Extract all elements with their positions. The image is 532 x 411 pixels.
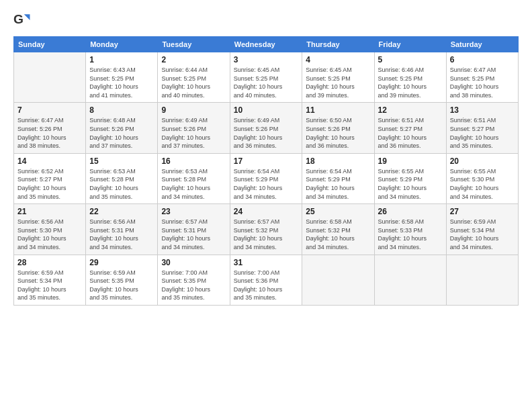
day-info: Sunrise: 6:52 AM Sunset: 5:27 PM Dayligh…: [17, 167, 82, 201]
day-number: 13: [450, 105, 515, 115]
calendar-cell: 16Sunrise: 6:53 AM Sunset: 5:28 PM Dayli…: [158, 153, 230, 203]
day-number: 27: [450, 207, 515, 216]
calendar-cell: 30Sunrise: 7:00 AM Sunset: 5:35 PM Dayli…: [158, 255, 230, 305]
day-number: 23: [161, 207, 226, 216]
day-info: Sunrise: 7:00 AM Sunset: 5:35 PM Dayligh…: [161, 269, 226, 302]
day-number: 28: [17, 258, 82, 267]
calendar-cell: 11Sunrise: 6:50 AM Sunset: 5:26 PM Dayli…: [302, 103, 374, 153]
day-number: 11: [306, 105, 370, 115]
day-number: 4: [306, 55, 370, 64]
day-info: Sunrise: 6:44 AM Sunset: 5:25 PM Dayligh…: [161, 66, 226, 99]
calendar-header-row: SundayMondayTuesdayWednesdayThursdayFrid…: [14, 37, 519, 52]
calendar-week-row: 21Sunrise: 6:56 AM Sunset: 5:30 PM Dayli…: [14, 204, 519, 255]
calendar: SundayMondayTuesdayWednesdayThursdayFrid…: [13, 36, 519, 306]
day-info: Sunrise: 6:53 AM Sunset: 5:28 PM Dayligh…: [161, 167, 226, 201]
calendar-week-row: 7Sunrise: 6:47 AM Sunset: 5:26 PM Daylig…: [14, 103, 519, 153]
day-info: Sunrise: 6:47 AM Sunset: 5:25 PM Dayligh…: [450, 66, 515, 99]
day-info: Sunrise: 6:55 AM Sunset: 5:30 PM Dayligh…: [450, 167, 515, 201]
page: G SundayMondayTuesdayWednesdayThursdayFr…: [0, 0, 532, 411]
day-info: Sunrise: 6:49 AM Sunset: 5:26 PM Dayligh…: [234, 116, 299, 150]
calendar-cell: 4Sunrise: 6:45 AM Sunset: 5:25 PM Daylig…: [302, 52, 374, 103]
calendar-cell: 6Sunrise: 6:47 AM Sunset: 5:25 PM Daylig…: [446, 52, 518, 103]
calendar-cell: 22Sunrise: 6:56 AM Sunset: 5:31 PM Dayli…: [86, 204, 158, 255]
calendar-header-wednesday: Wednesday: [230, 37, 302, 52]
calendar-cell: 31Sunrise: 7:00 AM Sunset: 5:36 PM Dayli…: [230, 255, 302, 305]
day-number: 21: [17, 207, 82, 216]
calendar-cell: 24Sunrise: 6:57 AM Sunset: 5:32 PM Dayli…: [230, 204, 302, 255]
day-number: 3: [234, 55, 299, 64]
day-number: 25: [306, 207, 370, 216]
calendar-cell: 29Sunrise: 6:59 AM Sunset: 5:35 PM Dayli…: [86, 255, 158, 305]
day-info: Sunrise: 6:45 AM Sunset: 5:25 PM Dayligh…: [306, 66, 370, 99]
day-info: Sunrise: 6:47 AM Sunset: 5:26 PM Dayligh…: [17, 116, 82, 150]
calendar-cell: 12Sunrise: 6:51 AM Sunset: 5:27 PM Dayli…: [374, 103, 446, 153]
day-info: Sunrise: 6:51 AM Sunset: 5:27 PM Dayligh…: [378, 116, 443, 150]
calendar-cell: 21Sunrise: 6:56 AM Sunset: 5:30 PM Dayli…: [14, 204, 86, 255]
calendar-cell: 17Sunrise: 6:54 AM Sunset: 5:29 PM Dayli…: [230, 153, 302, 203]
day-info: Sunrise: 6:43 AM Sunset: 5:25 PM Dayligh…: [89, 66, 154, 99]
calendar-header-saturday: Saturday: [446, 37, 518, 52]
calendar-header-sunday: Sunday: [14, 37, 86, 52]
day-number: 14: [17, 156, 82, 166]
day-number: 29: [89, 258, 154, 267]
day-number: 1: [89, 55, 154, 64]
logo: G: [13, 11, 34, 30]
day-number: 16: [161, 156, 226, 166]
day-info: Sunrise: 6:59 AM Sunset: 5:34 PM Dayligh…: [450, 218, 515, 251]
calendar-cell: 18Sunrise: 6:54 AM Sunset: 5:29 PM Dayli…: [302, 153, 374, 203]
calendar-cell: 2Sunrise: 6:44 AM Sunset: 5:25 PM Daylig…: [158, 52, 230, 103]
day-info: Sunrise: 6:56 AM Sunset: 5:30 PM Dayligh…: [17, 218, 82, 251]
calendar-cell: 28Sunrise: 6:59 AM Sunset: 5:34 PM Dayli…: [14, 255, 86, 305]
svg-marker-1: [24, 14, 30, 20]
day-info: Sunrise: 6:57 AM Sunset: 5:31 PM Dayligh…: [161, 218, 226, 251]
day-number: 5: [378, 55, 443, 64]
calendar-cell: 7Sunrise: 6:47 AM Sunset: 5:26 PM Daylig…: [14, 103, 86, 153]
day-number: 22: [89, 207, 154, 216]
day-number: 17: [234, 156, 299, 166]
day-info: Sunrise: 6:58 AM Sunset: 5:33 PM Dayligh…: [378, 218, 443, 251]
day-info: Sunrise: 6:59 AM Sunset: 5:34 PM Dayligh…: [17, 269, 82, 302]
day-number: 2: [161, 55, 226, 64]
calendar-cell: [302, 255, 374, 305]
day-info: Sunrise: 7:00 AM Sunset: 5:36 PM Dayligh…: [234, 269, 299, 302]
calendar-cell: 10Sunrise: 6:49 AM Sunset: 5:26 PM Dayli…: [230, 103, 302, 153]
day-number: 8: [89, 105, 154, 115]
calendar-cell: 25Sunrise: 6:58 AM Sunset: 5:32 PM Dayli…: [302, 204, 374, 255]
logo-icon: G: [13, 11, 32, 30]
calendar-header-thursday: Thursday: [302, 37, 374, 52]
calendar-cell: 26Sunrise: 6:58 AM Sunset: 5:33 PM Dayli…: [374, 204, 446, 255]
day-number: 26: [378, 207, 443, 216]
calendar-cell: 1Sunrise: 6:43 AM Sunset: 5:25 PM Daylig…: [86, 52, 158, 103]
day-info: Sunrise: 6:48 AM Sunset: 5:26 PM Dayligh…: [89, 116, 154, 150]
day-number: 6: [450, 55, 515, 64]
day-number: 20: [450, 156, 515, 166]
day-info: Sunrise: 6:45 AM Sunset: 5:25 PM Dayligh…: [234, 66, 299, 99]
calendar-cell: 23Sunrise: 6:57 AM Sunset: 5:31 PM Dayli…: [158, 204, 230, 255]
day-info: Sunrise: 6:54 AM Sunset: 5:29 PM Dayligh…: [234, 167, 299, 201]
day-info: Sunrise: 6:59 AM Sunset: 5:35 PM Dayligh…: [89, 269, 154, 302]
calendar-week-row: 14Sunrise: 6:52 AM Sunset: 5:27 PM Dayli…: [14, 153, 519, 203]
day-number: 31: [234, 258, 299, 267]
day-info: Sunrise: 6:50 AM Sunset: 5:26 PM Dayligh…: [306, 116, 370, 150]
day-info: Sunrise: 6:49 AM Sunset: 5:26 PM Dayligh…: [161, 116, 226, 150]
calendar-header-friday: Friday: [374, 37, 446, 52]
calendar-cell: [446, 255, 518, 305]
calendar-cell: 20Sunrise: 6:55 AM Sunset: 5:30 PM Dayli…: [446, 153, 518, 203]
day-number: 10: [234, 105, 299, 115]
calendar-cell: 8Sunrise: 6:48 AM Sunset: 5:26 PM Daylig…: [86, 103, 158, 153]
calendar-header-monday: Monday: [86, 37, 158, 52]
day-number: 24: [234, 207, 299, 216]
day-number: 30: [161, 258, 226, 267]
day-info: Sunrise: 6:54 AM Sunset: 5:29 PM Dayligh…: [306, 167, 370, 201]
day-info: Sunrise: 6:58 AM Sunset: 5:32 PM Dayligh…: [306, 218, 370, 251]
day-info: Sunrise: 6:46 AM Sunset: 5:25 PM Dayligh…: [378, 66, 443, 99]
day-number: 15: [89, 156, 154, 166]
calendar-cell: 14Sunrise: 6:52 AM Sunset: 5:27 PM Dayli…: [14, 153, 86, 203]
calendar-week-row: 1Sunrise: 6:43 AM Sunset: 5:25 PM Daylig…: [14, 52, 519, 103]
day-info: Sunrise: 6:51 AM Sunset: 5:27 PM Dayligh…: [450, 116, 515, 150]
calendar-cell: 9Sunrise: 6:49 AM Sunset: 5:26 PM Daylig…: [158, 103, 230, 153]
day-number: 7: [17, 105, 82, 115]
svg-text:G: G: [13, 12, 24, 26]
day-info: Sunrise: 6:56 AM Sunset: 5:31 PM Dayligh…: [89, 218, 154, 251]
calendar-cell: [14, 52, 86, 103]
